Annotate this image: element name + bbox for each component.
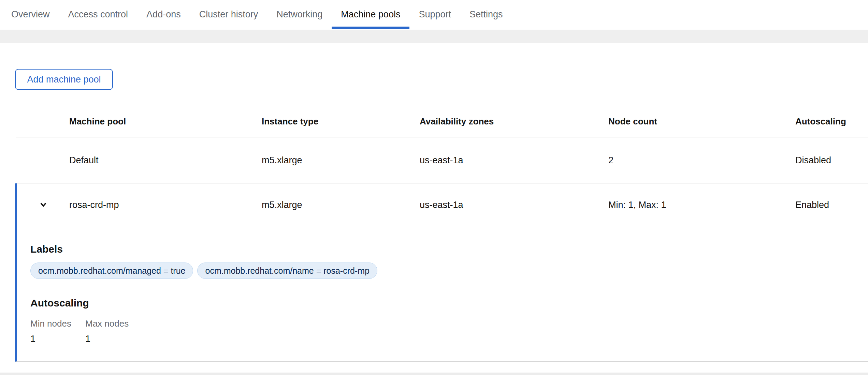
- label-chip: ocm.mobb.redhat.com/managed = true: [30, 262, 193, 279]
- table-header-row: Machine pool Instance type Availability …: [16, 106, 868, 137]
- cell-autoscaling: Disabled: [795, 155, 868, 166]
- cell-availability-zones: us-east-1a: [420, 155, 608, 166]
- tab-support[interactable]: Support: [409, 0, 460, 29]
- cell-availability-zones: us-east-1a: [420, 200, 608, 210]
- tab-access-control[interactable]: Access control: [59, 0, 138, 29]
- cluster-tabs: Overview Access control Add-ons Cluster …: [0, 0, 868, 29]
- column-header-node-count: Node count: [608, 116, 795, 127]
- machine-pools-table: Machine pool Instance type Availability …: [16, 106, 868, 362]
- max-nodes-value: 1: [85, 334, 868, 344]
- tab-add-ons[interactable]: Add-ons: [137, 0, 190, 29]
- machine-pools-panel: Add machine pool Machine pool Instance t…: [0, 43, 868, 375]
- column-header-availability-zones: Availability zones: [420, 116, 608, 127]
- machine-pools-page: Overview Access control Add-ons Cluster …: [0, 0, 868, 375]
- add-machine-pool-button[interactable]: Add machine pool: [15, 69, 113, 90]
- tab-overview[interactable]: Overview: [2, 0, 59, 29]
- tab-networking[interactable]: Networking: [267, 0, 332, 29]
- tab-machine-pools[interactable]: Machine pools: [332, 0, 409, 29]
- column-header-instance-type: Instance type: [262, 116, 420, 127]
- min-nodes-label: Min nodes: [30, 318, 85, 329]
- column-header-machine-pool: Machine pool: [69, 116, 262, 127]
- max-nodes-label: Max nodes: [85, 318, 868, 329]
- min-nodes-value: 1: [30, 334, 85, 344]
- expanded-row-details: Labels ocm.mobb.redhat.com/managed = tru…: [17, 227, 868, 361]
- table-row: Default m5.xlarge us-east-1a 2 Disabled: [16, 137, 868, 183]
- cell-node-count: 2: [608, 155, 795, 166]
- cell-instance-type: m5.xlarge: [262, 155, 420, 166]
- label-chip-group: ocm.mobb.redhat.com/managed = true ocm.m…: [30, 262, 868, 279]
- column-header-autoscaling: Autoscaling: [795, 116, 868, 127]
- page-background-band: [0, 30, 868, 43]
- min-nodes-group: Min nodes 1: [30, 318, 85, 344]
- cell-autoscaling: Enabled: [795, 200, 868, 210]
- autoscaling-minmax: Min nodes 1 Max nodes 1: [30, 318, 868, 344]
- bottom-edge-strip: [0, 373, 868, 375]
- expanded-row-group: rosa-crd-mp m5.xlarge us-east-1a Min: 1,…: [15, 183, 868, 362]
- table-row: rosa-crd-mp m5.xlarge us-east-1a Min: 1,…: [17, 183, 868, 227]
- max-nodes-group: Max nodes 1: [85, 318, 868, 344]
- collapse-row-button[interactable]: [36, 198, 51, 213]
- angle-down-icon: [39, 200, 48, 210]
- cell-instance-type: m5.xlarge: [262, 200, 420, 210]
- cell-node-count: Min: 1, Max: 1: [608, 200, 795, 210]
- label-chip: ocm.mobb.redhat.com/name = rosa-crd-mp: [197, 262, 377, 279]
- tab-cluster-history[interactable]: Cluster history: [190, 0, 267, 29]
- tab-settings[interactable]: Settings: [460, 0, 512, 29]
- cell-machine-pool: Default: [69, 155, 262, 166]
- cell-machine-pool: rosa-crd-mp: [69, 200, 262, 210]
- labels-heading: Labels: [30, 244, 868, 254]
- autoscaling-heading: Autoscaling: [30, 298, 868, 308]
